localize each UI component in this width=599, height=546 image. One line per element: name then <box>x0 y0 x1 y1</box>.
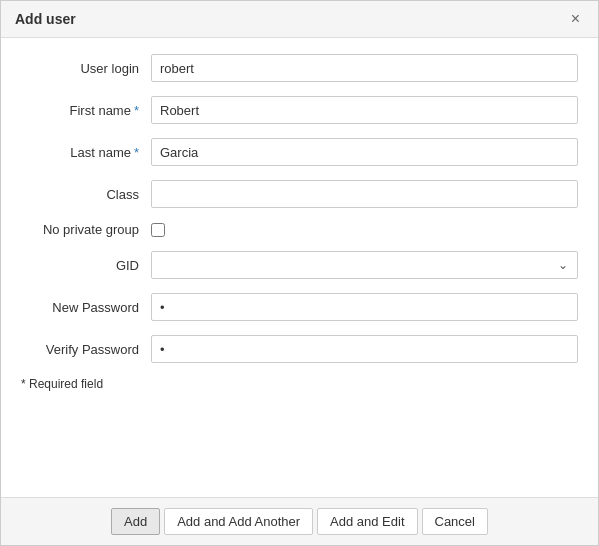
class-row: Class <box>21 180 578 208</box>
last-name-input[interactable] <box>151 138 578 166</box>
modal-body: User login First name* Last name* Class … <box>1 38 598 497</box>
no-private-group-row: No private group <box>21 222 578 237</box>
user-login-row: User login <box>21 54 578 82</box>
user-login-input[interactable] <box>151 54 578 82</box>
add-user-modal: Add user × User login First name* Last n… <box>0 0 599 546</box>
class-input[interactable] <box>151 180 578 208</box>
first-name-row: First name* <box>21 96 578 124</box>
modal-footer: Add Add and Add Another Add and Edit Can… <box>1 497 598 545</box>
first-name-required-star: * <box>134 103 139 118</box>
add-and-add-another-button[interactable]: Add and Add Another <box>164 508 313 535</box>
gid-select-wrapper: ⌄ <box>151 251 578 279</box>
new-password-row: New Password <box>21 293 578 321</box>
modal-title: Add user <box>15 11 76 27</box>
verify-password-input[interactable] <box>151 335 578 363</box>
verify-password-label: Verify Password <box>21 342 151 357</box>
no-private-group-checkbox[interactable] <box>151 223 165 237</box>
first-name-label: First name* <box>21 103 151 118</box>
verify-password-row: Verify Password <box>21 335 578 363</box>
no-private-group-label: No private group <box>21 222 151 237</box>
gid-select[interactable] <box>151 251 578 279</box>
add-and-edit-button[interactable]: Add and Edit <box>317 508 417 535</box>
cancel-button[interactable]: Cancel <box>422 508 488 535</box>
gid-label: GID <box>21 258 151 273</box>
required-note: * Required field <box>21 377 578 391</box>
modal-header: Add user × <box>1 1 598 38</box>
first-name-input[interactable] <box>151 96 578 124</box>
user-login-label: User login <box>21 61 151 76</box>
last-name-required-star: * <box>134 145 139 160</box>
last-name-row: Last name* <box>21 138 578 166</box>
class-label: Class <box>21 187 151 202</box>
last-name-label: Last name* <box>21 145 151 160</box>
close-button[interactable]: × <box>567 11 584 27</box>
gid-row: GID ⌄ <box>21 251 578 279</box>
new-password-input[interactable] <box>151 293 578 321</box>
new-password-label: New Password <box>21 300 151 315</box>
add-button[interactable]: Add <box>111 508 160 535</box>
